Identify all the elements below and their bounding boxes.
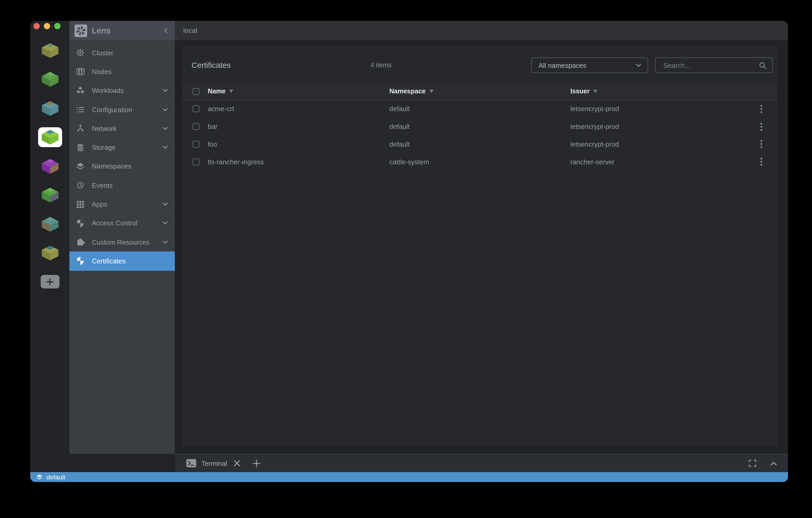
sidebar-collapse-button[interactable] [163, 28, 168, 33]
traffic-light-minimize[interactable] [44, 23, 50, 29]
sidebar-item-storage[interactable]: Storage [69, 138, 175, 157]
events-icon [75, 180, 86, 190]
cell-name: bar [208, 123, 389, 130]
select-all-checkbox[interactable] [193, 88, 199, 95]
sidebar-item-nodes[interactable]: Nodes [69, 62, 175, 81]
cluster-icon[interactable] [38, 152, 62, 181]
page-title: Certificates [192, 61, 231, 69]
cluster-icon[interactable] [38, 94, 62, 123]
cell-name: tls-rancher-ingress [208, 158, 389, 166]
apps-icon [75, 199, 86, 209]
table-row[interactable]: tls-rancher-ingresscattle-systemrancher-… [182, 153, 778, 171]
cluster-icon[interactable] [38, 181, 62, 210]
cluster-sidebar [30, 21, 69, 482]
chevron-up-icon[interactable] [770, 461, 777, 465]
table-row[interactable]: bardefaultletsencrypt-prod [182, 118, 778, 135]
add-cluster-button[interactable] [40, 275, 59, 288]
cell-name: acme-crt [208, 105, 389, 113]
sidebar-item-namespaces[interactable]: Namespaces [69, 157, 175, 176]
cell-issuer: letsencrypt-prod [570, 105, 745, 113]
plus-icon [46, 277, 54, 286]
chevron-down-icon [162, 146, 168, 149]
helm-icon [75, 48, 86, 58]
namespace-statusbar[interactable]: default [30, 472, 788, 482]
traffic-light-maximize[interactable] [54, 23, 61, 29]
search-input[interactable] [662, 61, 759, 70]
kebab-menu-icon[interactable] [756, 139, 767, 150]
certificates-panel: Certificates 4 items All namespaces [182, 45, 778, 446]
lens-app-window: Lens local ClusterNodesWorkloadsConfigur… [30, 21, 788, 482]
certificates-icon [75, 256, 86, 266]
row-checkbox[interactable] [193, 123, 199, 130]
sidebar-item-custom-resources[interactable]: Custom Resources [69, 233, 175, 252]
lens-logo-icon [75, 24, 87, 37]
chevron-down-icon [162, 108, 168, 111]
storage-icon [75, 142, 86, 153]
column-header-name[interactable]: Name [208, 88, 389, 95]
close-terminal-icon[interactable] [234, 460, 240, 466]
configuration-icon [75, 104, 86, 115]
cluster-breadcrumb: local [183, 27, 197, 34]
table-body: acme-crtdefaultletsencrypt-prodbardefaul… [182, 100, 778, 171]
cluster-icon[interactable] [38, 210, 62, 239]
cluster-icon[interactable] [38, 65, 62, 94]
app-title: Lens [92, 26, 111, 35]
chevron-down-icon [162, 89, 168, 92]
window-controls [33, 23, 61, 29]
sort-arrow-icon [429, 90, 433, 93]
cluster-icon-selected[interactable] [38, 127, 62, 147]
terminal-dock: Terminal [175, 454, 788, 472]
desktop: Lens local ClusterNodesWorkloadsConfigur… [0, 0, 812, 518]
network-icon [75, 123, 86, 134]
cell-issuer: letsencrypt-prod [570, 123, 745, 130]
nodes-icon [75, 66, 86, 77]
chevron-left-icon [165, 28, 167, 33]
row-checkbox[interactable] [193, 141, 199, 148]
sidebar-item-network[interactable]: Network [69, 119, 175, 138]
table-header-row: NameNamespaceIssuer [182, 83, 778, 100]
column-header-issuer[interactable]: Issuer [570, 88, 745, 95]
chevron-down-icon [636, 63, 641, 67]
cell-namespace: default [389, 140, 570, 148]
sort-arrow-icon [229, 90, 233, 93]
cluster-icon[interactable] [38, 36, 62, 65]
cluster-icon[interactable] [38, 239, 62, 268]
namespace-filter-select[interactable]: All namespaces [531, 57, 648, 73]
new-terminal-icon[interactable] [253, 459, 260, 467]
search-box [655, 57, 773, 73]
row-checkbox[interactable] [193, 105, 199, 113]
sidebar-menu: ClusterNodesWorkloadsConfigurationNetwor… [69, 40, 175, 454]
cell-issuer: letsencrypt-prod [570, 140, 745, 148]
sidebar-item-certificates[interactable]: Certificates [69, 252, 175, 271]
fullscreen-icon[interactable] [749, 460, 756, 467]
terminal-icon [186, 459, 196, 467]
sidebar-item-access-control[interactable]: Access Control [69, 214, 175, 233]
column-header-namespace[interactable]: Namespace [389, 88, 570, 95]
items-count: 4 items [371, 62, 392, 69]
cell-namespace: default [389, 123, 570, 130]
layers-icon [36, 474, 43, 481]
chevron-down-icon [162, 221, 168, 225]
sidebar-item-cluster[interactable]: Cluster [69, 43, 175, 62]
chevron-down-icon [162, 127, 168, 130]
table-row[interactable]: foodefaultletsencrypt-prod [182, 135, 778, 153]
main-area: Certificates 4 items All namespaces [175, 40, 788, 454]
custom-resources-icon [75, 237, 86, 247]
topbar: local [175, 21, 788, 40]
sidebar-item-apps[interactable]: Apps [69, 195, 175, 214]
row-checkbox[interactable] [193, 159, 199, 165]
traffic-light-close[interactable] [33, 23, 40, 29]
sidebar-item-events[interactable]: Events [69, 176, 175, 195]
active-namespace-label: default [47, 474, 65, 481]
search-icon [759, 61, 766, 69]
namespaces-icon [75, 161, 86, 172]
sidebar-item-configuration[interactable]: Configuration [69, 100, 175, 119]
table-row[interactable]: acme-crtdefaultletsencrypt-prod [182, 100, 778, 118]
kebab-menu-icon[interactable] [756, 103, 767, 115]
sidebar-item-workloads[interactable]: Workloads [69, 81, 175, 100]
kebab-menu-icon[interactable] [756, 156, 767, 168]
chevron-down-icon [162, 240, 168, 244]
terminal-tab[interactable]: Terminal [201, 459, 227, 467]
cluster-list [30, 36, 69, 288]
kebab-menu-icon[interactable] [756, 121, 767, 132]
